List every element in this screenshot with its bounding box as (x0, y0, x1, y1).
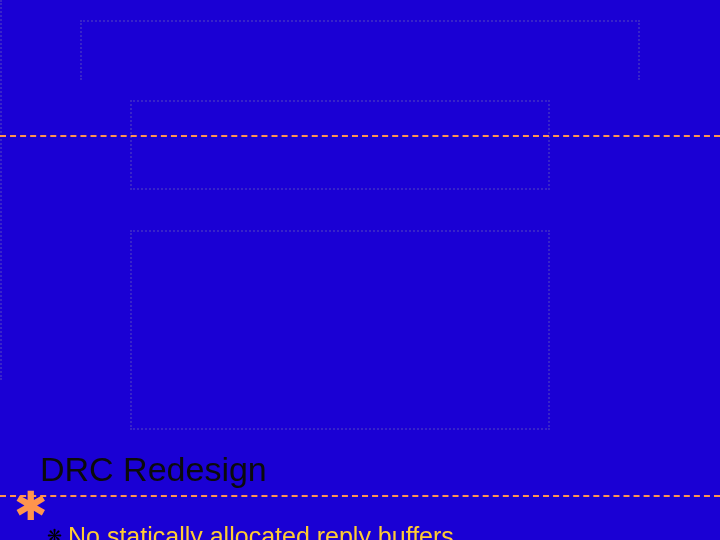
bullet-text: No statically allocated reply buffers (68, 521, 680, 540)
decor-border-left (0, 0, 2, 380)
slide-content: DRC Redesign ❋ No statically allocated r… (0, 380, 720, 540)
slide-title: DRC Redesign (40, 450, 680, 489)
decor-border-top (80, 20, 640, 80)
list-item: ❋ No statically allocated reply buffers (40, 521, 680, 540)
dashed-divider-top (0, 135, 720, 137)
decor-box-1 (130, 100, 550, 190)
bullet-list: ❋ No statically allocated reply buffers … (40, 521, 680, 540)
star-icon: ✱ (14, 486, 48, 526)
